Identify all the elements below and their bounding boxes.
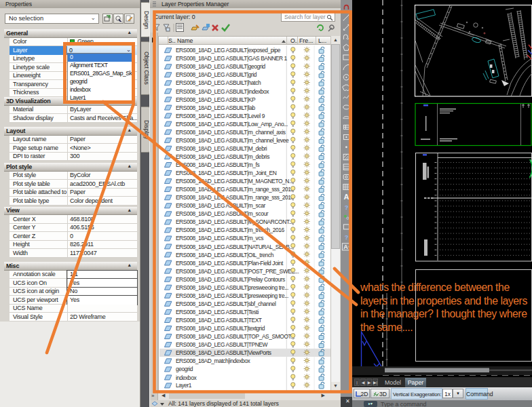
svg-text:ERS008_18AD_LEG ASBUILT|M_MAGN: ERS008_18AD_LEG ASBUILT|M_MAGNETO_N... [176, 178, 293, 185]
svg-text:ERS008_18AD_LEG ASBUILT|ViewPo: ERS008_18AD_LEG ASBUILT|ViewPorts [176, 349, 271, 356]
svg-text:ERS008_18AD_LEG ASBUILT|GAS BA: ERS008_18AD_LEG ASBUILT|GAS BANNER 1 [176, 55, 288, 62]
svg-text:ERS008_18AD_LEG ASBUILT|m_rang: ERS008_18AD_LEG ASBUILT|m_range_sss_2015 [176, 186, 294, 193]
svg-text:ERS008_18AD_LEG ASBUILT|OIL_tr: ERS008_18AD_LEG ASBUILT|OIL_trench [176, 251, 274, 258]
svg-text:ERS008_18AD_LEG ASBUILT|Plan-F: ERS008_18AD_LEG ASBUILT|Plan-Field Joint [176, 259, 284, 266]
svg-text:ERS008_18AD_LEG ASBUILT|geogri: ERS008_18AD_LEG ASBUILT|geogrid [176, 63, 266, 70]
svg-text:indexbox: indexbox [176, 374, 197, 381]
svg-text:?: ? [345, 204, 349, 211]
svg-text:ERS008_18AD_LEG ASBUILT|TPNEW: ERS008_18AD_LEG ASBUILT|TPNEW [176, 341, 268, 348]
svg-text:ERS008_18AD_LEG ASBUILT|TOP_AS: ERS008_18AD_LEG ASBUILT|TOP_AS_SMOOT... [176, 333, 294, 340]
svg-text:ERS008_18AD_LEG ASBUILT|m_Join: ERS008_18AD_LEG ASBUILT|m_Joint_EN [176, 170, 277, 176]
svg-text:ERS008_18AD_LEG ASBUILT|textgr: ERS008_18AD_LEG ASBUILT|textgrid [176, 325, 265, 332]
svg-text:ERS008_18AD_match|indexbox: ERS008_18AD_match|indexbox [176, 357, 251, 364]
svg-text:?: ? [345, 234, 349, 241]
svg-text:A: A [343, 244, 348, 250]
svg-text:ERS008_18AD_LEG ASBUILT|preswe: ERS008_18AD_LEG ASBUILT|presweeping tre.… [176, 292, 288, 298]
svg-text:ERS008_18AD_LEG ASBUILT|m_vcs: ERS008_18AD_LEG ASBUILT|m_vcs [176, 235, 263, 241]
svg-text:ERS008_18AD_LEG ASBUILT|M_SONA: ERS008_18AD_LEG ASBUILT|M_SONARCONT... [176, 218, 293, 225]
svg-text:ERS008_18AD_LEG ASBUILT|Testi: ERS008_18AD_LEG ASBUILT|Testi [176, 308, 259, 315]
svg-text:ERS008_18AD_LEG ASBUILT|indexb: ERS008_18AD_LEG ASBUILT|indexbox [176, 88, 269, 94]
svg-text:ERS008_18AD_LEG ASBUILT|m_tren: ERS008_18AD_LEG ASBUILT|m_trench_2016 [176, 227, 285, 233]
svg-text:ERS008_18AD_LEG ASBUILT|m_scar: ERS008_18AD_LEG ASBUILT|m_scar [176, 202, 266, 209]
svg-text:ERS008_18AD_LEG ASBUILT|TEXT: ERS008_18AD_LEG ASBUILT|TEXT [176, 317, 262, 324]
svg-text:ERS008_18AD_LEG ASBUILT|Prelay: ERS008_18AD_LEG ASBUILT|Prelay Contours [176, 275, 285, 282]
svg-text:ERS008_18AD_LEG ASBUILT|m_debr: ERS008_18AD_LEG ASBUILT|m_debris [176, 153, 269, 160]
svg-text:ERS008_18AD_LEG ASBUILT|m_rang: ERS008_18AD_LEG ASBUILT|m_range_sss_2016 [176, 194, 294, 201]
svg-text:ERS008_18AD_LEG ASBUILT|expose: ERS008_18AD_LEG ASBUILT|exposed_pipe [176, 47, 281, 54]
svg-text:Layer1: Layer1 [176, 382, 192, 389]
svg-text:ERS008_18AD_LEG ASBUILT|Level: ERS008_18AD_LEG ASBUILT|Level 9 [176, 112, 265, 119]
svg-text:ERS008_18AD_LEG ASBUILT|lab: ERS008_18AD_LEG ASBUILT|lab [176, 104, 256, 111]
svg-text:ERS008_18AD_LEG ASBUILT|M_debr: ERS008_18AD_LEG ASBUILT|M_debri [176, 144, 267, 151]
svg-text:ERS008_18AD_LEG ASBUILT|preswe: ERS008_18AD_LEG ASBUILT|presweeoing tre.… [176, 284, 288, 290]
svg-text:ERS008_18AD_LEG ASBUILT|m_chan: ERS008_18AD_LEG ASBUILT|m_channel_levee [176, 136, 289, 143]
svg-text:ERS008_18AD_LEG ASBUILT|grid: ERS008_18AD_LEG ASBUILT|grid [176, 71, 257, 78]
svg-text:ERS008_18AD_LEG ASBUILT|m_fs: ERS008_18AD_LEG ASBUILT|m_fs [176, 161, 260, 168]
svg-text:geogrid: geogrid [176, 366, 193, 372]
svg-text:A: A [343, 193, 349, 201]
svg-text:ERS008_18AD_LEG ASBUILT|POST_P: ERS008_18AD_LEG ASBUILT|POST_PRE_SWEE... [176, 267, 299, 274]
svg-text:ERS008_18AD_LEG ASBUILT|sbf_ch: ERS008_18AD_LEG ASBUILT|sbf_channel [176, 300, 276, 307]
svg-text:ERS008_18AD_LEG ASBUILT|NATURA: ERS008_18AD_LEG ASBUILT|NATURAL_SEAB... [176, 243, 293, 250]
svg-text:ERS008_18AD_LEG ASBUILT|m_chan: ERS008_18AD_LEG ASBUILT|m_channel_axis [176, 128, 286, 135]
svg-text:ERS008_18AD_LEG ASBUILT|m_scou: ERS008_18AD_LEG ASBUILT|m_scour [176, 210, 269, 217]
svg-text:ERS008_18AD_LEG ASBUILT|hatch: ERS008_18AD_LEG ASBUILT|hatch [176, 79, 261, 86]
svg-text:ERS008_18AD_LEG ASBUILT|Low_Am: ERS008_18AD_LEG ASBUILT|Low_Amp_Ano... [176, 120, 288, 127]
svg-text:ERS008_18AD_LEG ASBUILT|KP: ERS008_18AD_LEG ASBUILT|KP [176, 96, 256, 102]
